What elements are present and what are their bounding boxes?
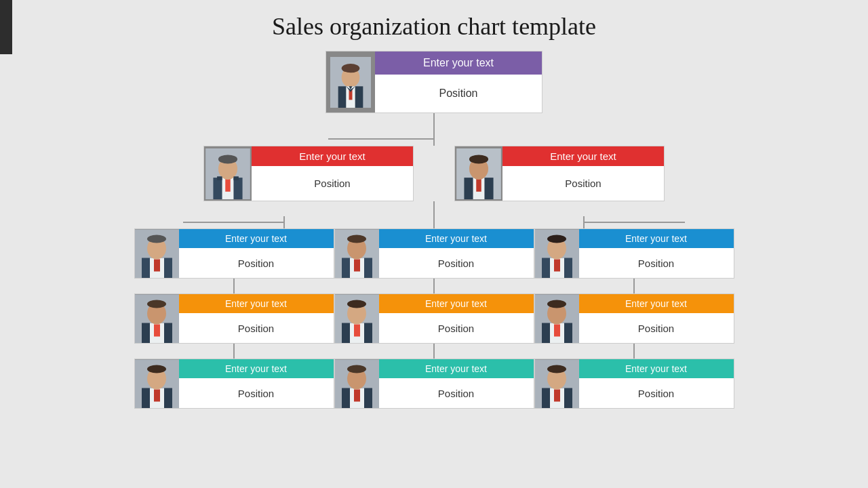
name-l2-0[interactable]: Enter your text (179, 229, 334, 248)
info-level0: Enter your text Position (375, 52, 542, 113)
card-level4-1[interactable]: Enter your text Position (334, 359, 534, 409)
col-l2-center: Enter your text Position (334, 216, 534, 409)
card-level4-2[interactable]: Enter your text Position (534, 359, 734, 409)
position-l3-1[interactable]: Position (379, 313, 534, 343)
svg-point-52 (347, 300, 366, 308)
left-accent (0, 0, 12, 54)
col-l2-left: Enter your text Position (134, 216, 334, 409)
card-level1-0[interactable]: Enter your text Position (203, 146, 414, 201)
svg-rect-26 (154, 259, 160, 271)
card-level2-1[interactable]: Enter your text Position (334, 228, 534, 279)
card-level3-2[interactable]: Enter your text Position (534, 293, 734, 344)
card-level2-0[interactable]: Enter your text Position (134, 228, 334, 279)
position-l3-0[interactable]: Position (179, 313, 334, 343)
card-level3-1[interactable]: Enter your text Position (334, 293, 534, 344)
name-l4-0[interactable]: Enter your text (179, 359, 334, 378)
photo-l1-1 (455, 146, 502, 201)
level1-row-wrapper: Enter your text Position (203, 132, 665, 201)
svg-rect-50 (354, 324, 360, 336)
svg-rect-32 (154, 324, 160, 336)
position-l4-2[interactable]: Position (579, 378, 734, 408)
svg-point-5 (342, 64, 360, 73)
level1-row: Enter your text Position (203, 146, 665, 201)
svg-rect-20 (476, 179, 481, 192)
svg-rect-56 (354, 389, 360, 401)
name-l3-0[interactable]: Enter your text (179, 294, 334, 313)
svg-rect-15 (217, 176, 222, 180)
name-l3-2[interactable]: Enter your text (579, 294, 734, 313)
card-level4-0[interactable]: Enter your text Position (134, 359, 334, 409)
svg-point-34 (147, 300, 166, 308)
branch-l1-left: Enter your text Position (203, 132, 665, 201)
svg-rect-44 (354, 259, 360, 271)
svg-point-22 (469, 155, 488, 163)
position-l4-1[interactable]: Position (379, 378, 534, 408)
position-l2-1[interactable]: Position (379, 248, 534, 278)
name-l2-2[interactable]: Enter your text (579, 229, 734, 248)
photo-l1-0 (204, 146, 252, 201)
name-l1-0[interactable]: Enter your text (252, 146, 413, 166)
svg-point-14 (218, 155, 237, 163)
level0-branch: Enter your text Position (134, 51, 734, 409)
col-l1-left: Enter your text Position (203, 146, 414, 201)
name-l4-1[interactable]: Enter your text (379, 359, 534, 378)
position-l2-0[interactable]: Position (179, 248, 334, 278)
card-level1-1[interactable]: Enter your text Position (454, 146, 665, 201)
photo-level0 (326, 52, 375, 113)
name-l4-2[interactable]: Enter your text (579, 359, 734, 378)
col-l2-right: Enter your text Position (534, 216, 734, 409)
h-line-left (328, 138, 433, 140)
svg-rect-38 (154, 389, 160, 401)
svg-rect-62 (554, 259, 560, 271)
position-l3-2[interactable]: Position (579, 313, 734, 343)
chart-container: Enter your text Position (0, 47, 868, 409)
svg-point-64 (547, 235, 566, 243)
col-l1-right: Enter your text Position (454, 146, 665, 201)
svg-point-76 (547, 365, 566, 373)
svg-point-46 (347, 235, 366, 243)
svg-rect-74 (554, 389, 560, 401)
connector-to-l2: Enter your text Position (134, 201, 734, 409)
page-title: Sales organization chart template (0, 0, 868, 47)
position-l2-2[interactable]: Position (579, 248, 734, 278)
svg-rect-16 (233, 176, 239, 180)
svg-rect-12 (225, 179, 231, 192)
connector-v0 (433, 113, 435, 132)
name-l2-1[interactable]: Enter your text (379, 229, 534, 248)
position-l4-0[interactable]: Position (179, 378, 334, 408)
name-l1-1[interactable]: Enter your text (502, 146, 664, 166)
name-level0[interactable]: Enter your text (375, 52, 542, 75)
level2-section: Enter your text Position (134, 216, 734, 409)
position-l1-0[interactable]: Position (252, 166, 413, 201)
svg-point-70 (547, 300, 566, 308)
svg-point-58 (347, 365, 366, 373)
card-level0[interactable]: Enter your text Position (326, 51, 542, 113)
position-level0[interactable]: Position (375, 75, 542, 113)
svg-point-40 (147, 365, 166, 373)
card-level3-0[interactable]: Enter your text Position (134, 293, 334, 344)
svg-rect-68 (554, 324, 560, 336)
position-l1-1[interactable]: Position (502, 166, 664, 201)
h-spacer (435, 138, 540, 140)
svg-point-28 (147, 235, 166, 243)
name-l3-1[interactable]: Enter your text (379, 294, 534, 313)
card-level2-2[interactable]: Enter your text Position (534, 228, 734, 279)
